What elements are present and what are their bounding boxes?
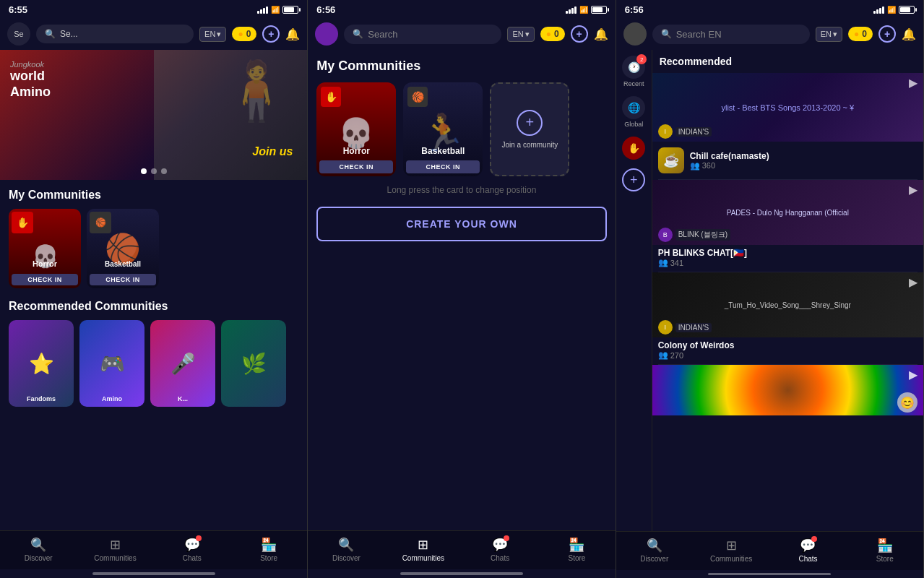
notification-bell-3[interactable]: 🔔 bbox=[902, 27, 916, 41]
search-box-2[interactable]: 🔍 Search bbox=[344, 25, 501, 44]
nav-chats-1[interactable]: 💬 Chats bbox=[154, 537, 230, 562]
chevron-down-icon-2: ▾ bbox=[525, 30, 530, 39]
hand-community-icon: ✋ bbox=[622, 137, 645, 160]
feed-card-lofi[interactable]: 😊 ▶ bbox=[652, 365, 923, 415]
lang-badge-2[interactable]: EN ▾ bbox=[507, 27, 534, 42]
recommended-title-1: Recommended Communities bbox=[9, 300, 298, 313]
add-button-2[interactable]: + bbox=[571, 25, 588, 43]
ph-member-count: 341 bbox=[670, 259, 683, 267]
nav-discover-1[interactable]: 🔍 Discover bbox=[0, 537, 77, 562]
horror-checkin-2[interactable]: CHECK IN bbox=[319, 160, 393, 173]
nav-store-2[interactable]: 🏪 Store bbox=[538, 537, 615, 562]
horror-card-label: Horror bbox=[33, 259, 57, 268]
nav-discover-3[interactable]: 🔍 Discover bbox=[616, 538, 693, 563]
sidebar-item-global[interactable]: 🌐 Global bbox=[622, 96, 645, 128]
hero-dot bbox=[161, 168, 167, 174]
signal-bar bbox=[882, 7, 884, 14]
sidebar-item-plus[interactable]: + bbox=[622, 168, 645, 191]
hero-dots-1 bbox=[141, 168, 167, 174]
community-card-horror-2[interactable]: ✋ 💀 Horror CHECK IN bbox=[316, 82, 396, 176]
feed-card-bts[interactable]: I INDIAN'S ▶ ylist - Best BTS Songs 2013… bbox=[652, 73, 923, 142]
rec-card-extra[interactable]: 🌿 bbox=[221, 320, 286, 407]
sidebar-item-recent[interactable]: 🕐 2 Recent bbox=[622, 56, 645, 87]
chats-label-2: Chats bbox=[491, 554, 509, 562]
search-icon-3: 🔍 bbox=[661, 29, 672, 39]
horror-name-2: Horror bbox=[316, 146, 396, 156]
nav-communities-1[interactable]: ⊞ Communities bbox=[77, 537, 153, 562]
press-hint-2: Long press the card to change position bbox=[316, 185, 606, 195]
horror-skull-icon: 💀 bbox=[338, 116, 374, 150]
search-box-3[interactable]: 🔍 Search EN bbox=[652, 25, 810, 44]
nav-store-1[interactable]: 🏪 Store bbox=[230, 537, 307, 562]
feed-card-ph-blinks[interactable]: B BLINK (블링크) ▶ PADES - Dulo Ng Hanggana… bbox=[652, 180, 923, 270]
signal-bar bbox=[876, 9, 878, 14]
nav-discover-2[interactable]: 🔍 Discover bbox=[308, 537, 384, 562]
store-icon-3: 🏪 bbox=[877, 538, 893, 553]
rec-content[interactable]: Recommended I INDIAN'S ▶ ylist - Best BT… bbox=[652, 50, 923, 531]
coin-count-3: 0 bbox=[862, 29, 867, 39]
status-bar-3: 6:56 📶 bbox=[616, 0, 923, 18]
kpop-icon: 🎤 bbox=[170, 352, 196, 376]
scroll-indicator-1 bbox=[92, 572, 215, 575]
panel1-scroll[interactable]: My Communities ✋ 💀 Horror CHECK IN 🏀 🏀 B… bbox=[0, 180, 307, 530]
basketball-card-bg-2: 🏀 🏃 Basketball CHECK IN bbox=[403, 82, 483, 176]
rec-card-amino[interactable]: 🎮 Amino bbox=[79, 320, 144, 407]
status-bar-2: 6:56 📶 bbox=[308, 0, 615, 18]
sidebar-item-hand[interactable]: ✋ bbox=[622, 137, 645, 160]
avatar-1: Se bbox=[7, 22, 30, 46]
notification-bell-1[interactable]: 🔔 bbox=[285, 27, 300, 41]
coin-badge-1: ● 0 bbox=[232, 27, 256, 41]
nav-chats-3[interactable]: 💬 Chats bbox=[769, 538, 846, 563]
rec-bg-fandoms: ⭐ bbox=[9, 320, 74, 407]
rec-card-fandoms[interactable]: ⭐ Fandoms bbox=[9, 320, 74, 407]
global-label: Global bbox=[624, 121, 643, 128]
communities-icon-3: ⊞ bbox=[726, 538, 737, 553]
global-icon: 🌐 bbox=[622, 96, 645, 119]
status-icons-2: 📶 bbox=[566, 6, 607, 14]
panel2-scroll[interactable]: My Communities ✋ 💀 Horror CHECK IN 🏀 🏃 B… bbox=[308, 50, 615, 530]
basketball-check-in-btn[interactable]: CHECK IN bbox=[90, 274, 156, 285]
nav-chats-2[interactable]: 💬 Chats bbox=[462, 537, 538, 562]
feed-card-colony[interactable]: I INDIAN'S ▶ _Tum_Ho_Video_Song___Shrey_… bbox=[652, 272, 923, 363]
rec-card-kpop[interactable]: 🎤 K... bbox=[150, 320, 215, 407]
search-box-1[interactable]: 🔍 Se... bbox=[36, 25, 194, 43]
lang-badge-3[interactable]: EN ▾ bbox=[816, 27, 842, 42]
nav-store-3[interactable]: 🏪 Store bbox=[847, 538, 923, 563]
wifi-icon-1: 📶 bbox=[271, 6, 280, 14]
chill-cafe-members: 👥 360 bbox=[690, 161, 917, 171]
nav-communities-2[interactable]: ⊞ Communities bbox=[385, 537, 462, 562]
signal-bar bbox=[574, 7, 577, 14]
signal-bar bbox=[257, 11, 259, 14]
community-card-horror-1[interactable]: ✋ 💀 Horror CHECK IN bbox=[9, 209, 81, 288]
create-own-btn[interactable]: CREATE YOUR OWN bbox=[316, 207, 606, 241]
lang-label-3: EN bbox=[821, 30, 832, 38]
horror-check-in-btn[interactable]: CHECK IN bbox=[12, 274, 78, 285]
add-button-3[interactable]: + bbox=[878, 25, 896, 43]
battery-fill-3 bbox=[900, 7, 910, 12]
chill-cafe-icon: ☕ bbox=[658, 147, 684, 173]
search-placeholder-3: Search EN bbox=[676, 29, 722, 40]
members-icon-ph: 👥 bbox=[658, 258, 668, 267]
chevron-down-icon-1: ▾ bbox=[217, 30, 221, 39]
community-card-basketball-2[interactable]: 🏀 🏃 Basketball CHECK IN bbox=[403, 82, 483, 176]
basketball-checkin-2[interactable]: CHECK IN bbox=[406, 160, 480, 173]
chats-badge-3 bbox=[811, 536, 817, 542]
bts-play-icon: ▶ bbox=[909, 76, 917, 90]
rec-label-kpop: K... bbox=[150, 395, 215, 402]
battery-icon-2 bbox=[591, 6, 607, 14]
lang-badge-1[interactable]: EN ▾ bbox=[199, 27, 226, 42]
feed-card-chill-cafe[interactable]: ☕ Chill cafe(namaste) 👥 360 bbox=[652, 143, 923, 178]
avatar-2 bbox=[315, 22, 338, 46]
community-card-basketball-1[interactable]: 🏀 🏀 Basketball CHECK IN bbox=[87, 209, 159, 288]
notification-bell-2[interactable]: 🔔 bbox=[594, 27, 608, 41]
header-bar-3: 🔍 Search EN EN ▾ ● 0 + 🔔 bbox=[616, 18, 923, 50]
nav-communities-3[interactable]: ⊞ Communities bbox=[693, 538, 769, 563]
join-community-card[interactable]: + Join a community bbox=[490, 82, 569, 176]
bts-user-avatar: I bbox=[658, 124, 673, 139]
communities-label-2: Communities bbox=[402, 554, 444, 562]
add-button-1[interactable]: + bbox=[262, 25, 280, 43]
coin-count-2: 0 bbox=[554, 29, 559, 39]
join-plus-icon: + bbox=[517, 110, 543, 136]
wifi-icon-2: 📶 bbox=[579, 6, 588, 14]
communities-label-3: Communities bbox=[710, 555, 752, 563]
